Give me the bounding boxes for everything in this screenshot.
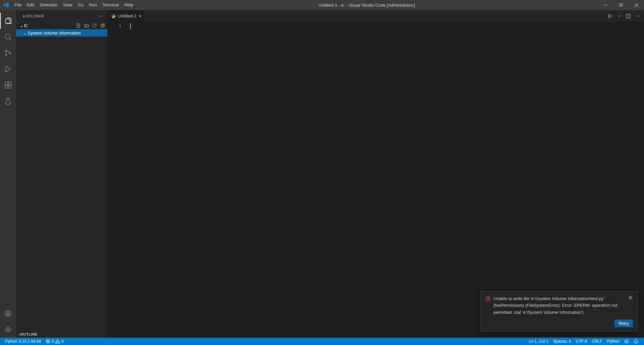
error-count: 0 [52, 339, 54, 344]
tree-folder-selected[interactable]: ⌄ System Volume Information [16, 29, 107, 37]
svg-point-14 [7, 329, 9, 331]
menu-file[interactable]: File [12, 0, 24, 10]
svg-rect-9 [8, 82, 11, 85]
status-feedback-icon[interactable] [622, 339, 631, 344]
tab-label: Untitled-1 [118, 13, 137, 18]
error-icon [485, 296, 491, 301]
status-language[interactable]: Python [605, 339, 622, 344]
collapse-all-icon[interactable] [100, 23, 105, 28]
svg-rect-11 [8, 85, 11, 88]
sidebar-header: EXPLORER ··· [16, 10, 107, 22]
root-folder-label: E: [24, 23, 29, 28]
main-area: EXPLORER ··· ⌄ E: ⌄ System Volume Inform… [0, 10, 644, 338]
notification-message: Unable to write file 'e:\System Volume I… [493, 295, 626, 316]
svg-point-13 [7, 312, 9, 314]
activity-run-debug[interactable] [0, 61, 16, 77]
menu-edit[interactable]: Edit [24, 0, 37, 10]
status-python-version[interactable]: Python 3.10.1 64-bit [3, 339, 43, 344]
status-notifications-icon[interactable] [631, 339, 641, 344]
status-indentation[interactable]: Spaces: 4 [551, 339, 573, 344]
new-folder-icon[interactable] [84, 23, 89, 28]
svg-point-6 [9, 52, 11, 54]
editor-body[interactable]: 1 [107, 22, 644, 338]
sidebar-more-icon[interactable]: ··· [98, 13, 103, 19]
activity-testing[interactable] [0, 93, 16, 109]
activity-search[interactable] [0, 29, 16, 45]
svg-rect-10 [5, 85, 8, 88]
close-button[interactable] [629, 0, 644, 10]
vscode-logo [0, 2, 12, 8]
more-actions-icon[interactable]: ··· [636, 13, 640, 19]
maximize-button[interactable] [613, 0, 629, 10]
svg-rect-1 [619, 3, 622, 6]
folder-label: System Volume Information [28, 31, 81, 36]
notification-close-icon[interactable] [628, 295, 633, 300]
run-file-icon[interactable] [607, 13, 613, 19]
menu-terminal[interactable]: Terminal [100, 0, 121, 10]
status-eol[interactable]: CRLF [589, 339, 604, 344]
menu-run[interactable]: Run [86, 0, 100, 10]
window-title: Untitled-1 - e: - Visual Studio Code [Ad… [136, 3, 598, 8]
svg-rect-0 [604, 5, 607, 5]
status-problems[interactable]: 0 0 [43, 339, 66, 344]
sidebar: EXPLORER ··· ⌄ E: ⌄ System Volume Inform… [16, 10, 107, 338]
activity-extensions[interactable] [0, 77, 16, 93]
svg-point-19 [625, 340, 629, 343]
tab-close-icon[interactable]: × [139, 13, 142, 19]
svg-point-5 [5, 54, 7, 56]
minimize-button[interactable] [598, 0, 613, 10]
activity-bar [0, 10, 16, 338]
chevron-down-icon[interactable] [618, 14, 621, 18]
svg-point-4 [5, 50, 7, 52]
outline-section[interactable]: › OUTLINE [16, 330, 107, 338]
chevron-down-icon: ⌄ [22, 31, 28, 36]
split-editor-icon[interactable] [626, 13, 631, 19]
svg-rect-2 [620, 3, 623, 6]
line-numbers: 1 [107, 22, 130, 338]
menu-go[interactable]: Go [75, 0, 86, 10]
tree-root-folder[interactable]: ⌄ E: [16, 22, 107, 29]
menu-selection[interactable]: Selection [37, 0, 60, 10]
activity-source-control[interactable] [0, 45, 16, 61]
warning-count: 0 [61, 339, 64, 344]
activity-settings[interactable] [0, 322, 16, 338]
code-area[interactable] [130, 22, 644, 338]
error-notification: Unable to write file 'e:\System Volume I… [480, 291, 638, 332]
python-file-icon [111, 13, 116, 19]
activity-explorer[interactable] [0, 13, 16, 29]
menu-help[interactable]: Help [121, 0, 136, 10]
chevron-down-icon: ⌄ [19, 23, 24, 28]
svg-rect-8 [5, 82, 8, 85]
refresh-icon[interactable] [92, 23, 97, 28]
line-number: 1 [107, 23, 121, 28]
window-controls [598, 0, 644, 10]
explorer-tree: ⌄ E: ⌄ System Volume Information [16, 22, 107, 330]
text-cursor [130, 23, 131, 29]
status-cursor-position[interactable]: Ln 1, Col 1 [527, 339, 551, 344]
sidebar-title: EXPLORER [23, 14, 44, 18]
menu-bar: File Edit Selection View Go Run Terminal… [12, 0, 136, 10]
title-bar: File Edit Selection View Go Run Terminal… [0, 0, 644, 10]
outline-label: OUTLINE [20, 332, 38, 336]
menu-view[interactable]: View [60, 0, 75, 10]
editor-actions: ··· [603, 10, 644, 22]
editor-area: Untitled-1 × ··· 1 [107, 10, 644, 338]
svg-point-3 [5, 34, 10, 39]
new-file-icon[interactable] [76, 23, 81, 28]
status-encoding[interactable]: UTF-8 [573, 339, 589, 344]
activity-accounts[interactable] [0, 305, 16, 322]
editor-tabs: Untitled-1 × ··· [107, 10, 644, 22]
retry-button[interactable]: Retry [614, 320, 633, 327]
status-bar: Python 3.10.1 64-bit 0 0 Ln 1, Col 1 Spa… [0, 338, 644, 345]
svg-point-7 [5, 71, 6, 72]
editor-tab-active[interactable]: Untitled-1 × [107, 10, 145, 22]
svg-point-20 [626, 340, 627, 342]
